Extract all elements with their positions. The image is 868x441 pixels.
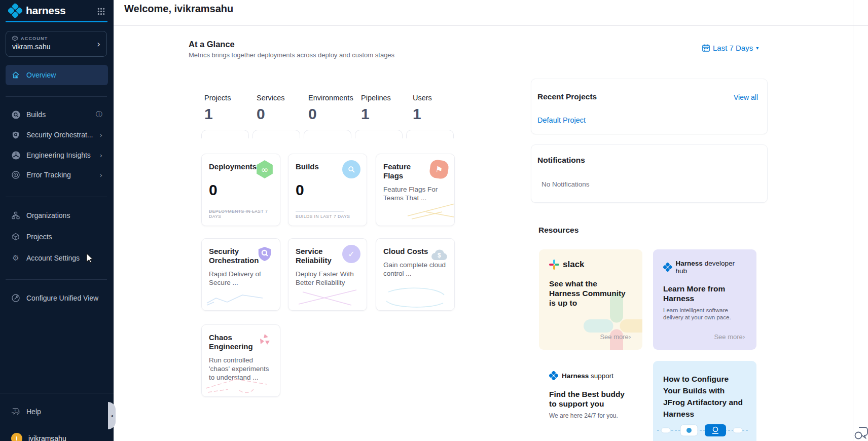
account-cube-icon [12, 35, 18, 41]
sidebar-collapse-handle[interactable]: ◂ [108, 402, 116, 429]
devhub-headline: Learn More from Harness [663, 284, 734, 303]
date-range-selector[interactable]: Last 7 Days ▾ [702, 44, 758, 52]
metric-card-stub [406, 130, 454, 138]
brand-wordmark: harness [26, 5, 65, 17]
metric-services: Services 0 [257, 94, 285, 123]
harness-logo[interactable]: harness [8, 4, 65, 18]
sidebar-item-label: Error Tracking [26, 171, 71, 179]
org-chart-icon [11, 211, 20, 219]
cloud-costs-icon: $ [430, 245, 448, 263]
support-subtext: We are here 24/7 for you. [549, 412, 632, 419]
support-resource-card[interactable]: Harness support Find the Best buddy to s… [539, 361, 642, 441]
chevron-right-icon: › [100, 131, 102, 139]
metric-card-stub [355, 130, 403, 138]
module-grid-icon[interactable] [97, 7, 105, 18]
metric-card-stub [252, 130, 300, 138]
home-icon [11, 71, 20, 79]
slack-resource-card[interactable]: slack See what the Harness Community is … [539, 249, 642, 350]
chaos-engineering-icon [256, 331, 274, 349]
security-orchestration-card[interactable]: Security Orchestration Rapid Delivery of… [201, 238, 280, 311]
notifications-title: Notifications [537, 156, 585, 165]
metric-card-stub [304, 130, 351, 138]
sidebar-item-label: Help [26, 408, 41, 416]
sidebar-item-security-orchestration[interactable]: Security Orchestrat... › [6, 125, 108, 145]
recent-project-link[interactable]: Default Project [537, 116, 586, 124]
sidebar-item-label: Builds [26, 111, 46, 119]
mouse-cursor [86, 253, 95, 263]
error-tracking-icon [11, 171, 20, 179]
account-selector[interactable]: ACCOUNT vikram.sahu › [6, 31, 107, 57]
developer-hub-resource-card[interactable]: Harness developer hub Learn More from Ha… [653, 249, 756, 350]
see-more-link[interactable]: See more› [600, 333, 631, 341]
decor-squiggle [298, 287, 358, 307]
service-reliability-card[interactable]: Service Reliability ✓ Deploy Faster With… [288, 238, 367, 311]
account-chevron-icon: › [97, 39, 100, 49]
see-more-link[interactable]: See more› [714, 333, 745, 341]
notifications-empty-text: No Notifications [541, 180, 590, 188]
brand-bold: Harness [562, 372, 589, 380]
at-a-glance-subtitle: Metrics brings together deployments acro… [189, 51, 394, 59]
brand-bold: Harness [676, 260, 703, 267]
harness-logo-icon [549, 371, 558, 380]
sidebar-item-label: Engineering Insights [26, 151, 91, 159]
calendar-icon [702, 44, 710, 52]
sidebar-item-projects[interactable]: Projects [6, 227, 108, 247]
brand-underline [6, 21, 107, 22]
insights-icon [11, 151, 20, 160]
deployments-icon: ∞ [256, 160, 274, 178]
user-name: ivikramsahu [28, 434, 66, 441]
recent-projects-card [531, 79, 768, 134]
sidebar-item-overview[interactable]: Overview [6, 65, 108, 85]
sidebar-item-label: Account Settings [26, 254, 80, 262]
info-icon[interactable]: ⓘ [96, 110, 102, 119]
service-reliability-icon: ✓ [342, 245, 360, 263]
sidebar-item-error-tracking[interactable]: Error Tracking › [6, 165, 108, 185]
divider [6, 96, 107, 97]
sidebar-item-organizations[interactable]: Organizations [6, 205, 108, 226]
slack-logo-icon [549, 260, 559, 270]
see-more-arrow-icon: › [743, 333, 745, 341]
sidebar-item-user-profile[interactable]: i ivikramsahu [6, 428, 108, 441]
deployments-card[interactable]: Deployments ∞ 0 DEPLOYMENTS IN LAST 7 DA… [201, 154, 280, 226]
page-title: Welcome, ivikramsahu [124, 3, 233, 15]
date-range-value: Last 7 Days [713, 44, 753, 52]
harness-logo-icon [663, 263, 672, 272]
jfrog-resource-card[interactable]: How to Configure Your Builds with JFrog … [653, 361, 756, 441]
sidebar-item-label: Security Orchestrat... [26, 131, 93, 139]
chevron-right-icon: › [100, 171, 102, 179]
resources-title: Resources [538, 226, 578, 235]
recent-projects-title: Recent Projects [537, 92, 597, 101]
divider [6, 197, 107, 197]
pipeline-illustration [657, 421, 748, 440]
help-chat-icon: ? [11, 408, 20, 416]
at-a-glance-title: At a Glance [189, 40, 235, 49]
sidebar: harness ACCOUNT vikram.sahu › Overview [0, 0, 114, 441]
view-all-link[interactable]: View all [734, 93, 758, 101]
sidebar-item-help[interactable]: ? Help [6, 401, 108, 422]
slack-wordmark: slack [563, 260, 585, 270]
cloud-costs-card[interactable]: Cloud Costs $ Gain complete cloud contro… [376, 238, 455, 311]
builds-card[interactable]: Builds 0 BUILDS IN LAST 7 DAYS [288, 154, 367, 226]
wrench-circle-icon [11, 294, 20, 302]
devhub-subtext: Learn intelligent software delivery at y… [663, 307, 746, 321]
feature-flags-icon: ⚑ [429, 159, 450, 180]
chat-widget-icon[interactable] [854, 426, 868, 440]
cube-icon [11, 233, 20, 241]
notifications-card [531, 144, 768, 203]
metric-pipelines: Pipelines 1 [361, 94, 391, 123]
sidebar-item-label: Projects [26, 233, 52, 241]
builds-icon [11, 111, 20, 119]
feature-flags-card[interactable]: Feature Flags ⚑ Feature Flags For Teams … [376, 154, 455, 226]
sidebar-item-configure-unified-view[interactable]: Configure Unified View [6, 288, 108, 308]
sidebar-item-label: Overview [26, 71, 56, 79]
account-label: ACCOUNT [21, 36, 48, 41]
decor-squiggle [383, 286, 448, 308]
see-more-arrow-icon: › [629, 333, 631, 341]
metric-environments: Environments 0 [308, 94, 353, 123]
sidebar-item-engineering-insights[interactable]: Engineering Insights › [6, 145, 108, 165]
chaos-engineering-card[interactable]: Chaos Engineering Run controlled 'chaos'… [201, 324, 280, 397]
sidebar-item-label: Organizations [26, 211, 70, 219]
chevron-right-icon: › [100, 152, 102, 159]
brand-rest: support [591, 372, 613, 380]
sidebar-item-builds[interactable]: Builds ⓘ [6, 104, 108, 125]
